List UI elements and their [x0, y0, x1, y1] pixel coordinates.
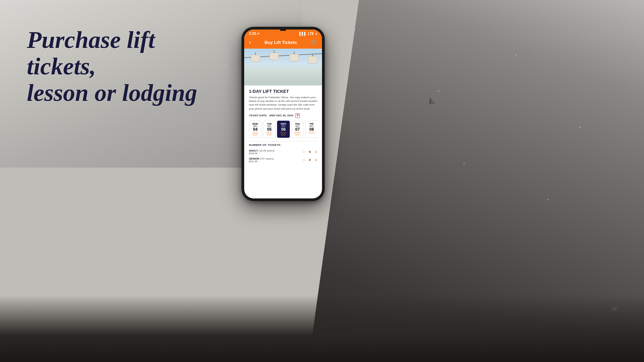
tickets-section-label: NUMBER OF TICKETS: [249, 143, 317, 146]
gondola-2 [269, 53, 279, 60]
ticket-date-row: TICKET DATE: WED DEC 06, 2023 📅 [249, 113, 317, 118]
senior-ticket-row: SENIOR (70+ years) $121.00 − 0 + [249, 157, 317, 163]
phone-notch [280, 29, 286, 31]
phone-mockup: 3:25 ➤ ▌▌▌ LTE ● ‹ Buy Lift Tickets 🛒 [241, 27, 325, 201]
mountain-bg-ski [244, 62, 322, 85]
adult-price: $134.00 [249, 152, 274, 155]
signal-bars: ▌▌▌ [300, 32, 307, 36]
senior-ticket-info: SENIOR (70+ years) $121.00 [249, 157, 274, 163]
main-headline: Purchase lift tickets, lesson or lodging [27, 27, 228, 107]
senior-decrease-button[interactable]: − [303, 158, 305, 162]
date-thu[interactable]: THU DEC 07 ADULT $134 [291, 121, 304, 138]
section-divider [249, 141, 317, 141]
cart-button[interactable]: 🛒 [311, 39, 317, 46]
senior-price: $121.00 [249, 160, 274, 163]
battery-indicator: ● [315, 32, 317, 36]
time-display: 3:25 [249, 32, 256, 36]
adult-ticket-info: ADULT (18-69 years) $134.00 [249, 149, 274, 155]
adult-increase-button[interactable]: + [315, 149, 317, 154]
ticket-type-title: 1-DAY LIFT TICKET [249, 89, 317, 94]
gondola-3 [289, 54, 299, 61]
senior-increase-button[interactable]: + [315, 158, 317, 162]
date-fri[interactable]: FRI DEC 08 ADULT [305, 121, 317, 138]
gondola-1 [251, 55, 260, 62]
senior-quantity-value: 0 [308, 158, 312, 162]
lte-indicator: LTE [308, 32, 314, 36]
adult-type-name: ADULT (18-69 years) [249, 149, 274, 152]
adult-ticket-row: ADULT (18-69 years) $134.00 − 0 + [249, 149, 317, 155]
app-nav-bar: ‹ Buy Lift Tickets 🛒 [244, 37, 322, 49]
phone-outer-shell: 3:25 ➤ ▌▌▌ LTE ● ‹ Buy Lift Tickets 🛒 [241, 27, 325, 201]
date-label: TICKET DATE: [249, 114, 267, 117]
status-time: 3:25 ➤ [249, 32, 260, 36]
date-value: WED DEC 06, 2023 [269, 114, 293, 117]
back-button[interactable]: ‹ [249, 39, 251, 46]
adult-quantity-value: 0 [308, 150, 312, 154]
date-mon[interactable]: MON DEC 04 ADULT $134 [249, 121, 262, 138]
nav-title: Buy Lift Tickets [265, 40, 297, 45]
senior-type-name: SENIOR (70+ years) [249, 157, 274, 160]
headline-section: Purchase lift tickets, lesson or lodging [27, 20, 228, 107]
signal-indicators: ▌▌▌ LTE ● [300, 32, 317, 36]
ski-lift-image [244, 49, 322, 85]
senior-quantity-control: − 0 + [303, 158, 317, 162]
date-wed[interactable]: WED DEC 06 ADULT $134 [277, 121, 290, 138]
app-content-area: 1-DAY LIFT TICKET Tickets good for Palis… [244, 85, 322, 198]
headline-line2: lesson or lodging [27, 79, 197, 106]
calendar-icon[interactable]: 📅 [295, 113, 300, 118]
location-icon: ➤ [257, 32, 260, 35]
adult-decrease-button[interactable]: − [303, 149, 305, 154]
main-content: Purchase lift tickets, lesson or lodging… [0, 0, 644, 362]
date-tue[interactable]: TUE DEC 05 ADULT $134 [263, 121, 276, 138]
ticket-description: Tickets good for Palisades Tahoe. You ma… [249, 96, 317, 111]
date-selector: MON DEC 04 ADULT $134 TUE DEC 05 ADULT $… [249, 121, 317, 138]
adult-quantity-control: − 0 + [303, 149, 317, 154]
phone-screen: 3:25 ➤ ▌▌▌ LTE ● ‹ Buy Lift Tickets 🛒 [244, 29, 322, 198]
headline-line1: Purchase lift tickets, [27, 26, 155, 80]
